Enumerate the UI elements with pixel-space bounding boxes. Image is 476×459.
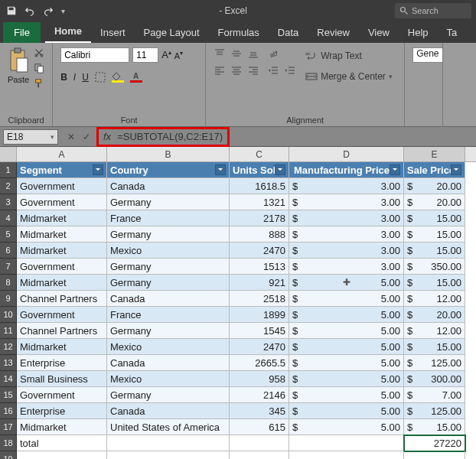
save-icon[interactable] bbox=[6, 5, 17, 16]
cell[interactable]: 615 bbox=[230, 419, 289, 435]
align-top-icon[interactable] bbox=[214, 47, 226, 60]
cell[interactable]: Germany bbox=[107, 275, 230, 291]
cell[interactable]: Canada bbox=[107, 403, 230, 419]
row-header[interactable]: 8 bbox=[0, 275, 17, 291]
font-size-select[interactable] bbox=[132, 47, 158, 63]
cut-icon[interactable] bbox=[34, 47, 44, 58]
row-header[interactable]: 2 bbox=[0, 178, 17, 194]
row-header[interactable]: 19 bbox=[0, 451, 17, 459]
format-painter-icon[interactable] bbox=[34, 78, 44, 89]
cell[interactable]: 2178 bbox=[230, 210, 289, 226]
row-header[interactable]: 4 bbox=[0, 210, 17, 226]
cell[interactable]: $5.00 bbox=[289, 419, 404, 435]
cell[interactable]: $7.00 bbox=[404, 387, 465, 403]
search-box[interactable]: Search bbox=[395, 3, 471, 18]
cell[interactable]: $20.00 bbox=[404, 178, 465, 194]
filter-icon[interactable] bbox=[93, 164, 103, 175]
cell[interactable]: 1545 bbox=[230, 323, 289, 339]
cell[interactable]: $3.00 bbox=[289, 178, 404, 194]
cell[interactable]: $3.00 bbox=[289, 194, 404, 210]
table-header[interactable]: Segment bbox=[17, 162, 107, 178]
decrease-font-icon[interactable]: A▾ bbox=[174, 50, 183, 60]
cell[interactable]: 2470 bbox=[230, 339, 289, 355]
tab-formulas[interactable]: Formulas bbox=[209, 22, 269, 43]
row-header[interactable]: 16 bbox=[0, 403, 17, 419]
undo-icon[interactable] bbox=[24, 5, 35, 16]
cell[interactable]: total bbox=[17, 435, 107, 451]
filter-icon[interactable] bbox=[451, 164, 461, 175]
tab-page-layout[interactable]: Page Layout bbox=[135, 22, 209, 43]
cell[interactable]: 1513 bbox=[230, 259, 289, 275]
filter-icon[interactable] bbox=[390, 164, 400, 175]
font-color-icon[interactable]: A bbox=[130, 72, 142, 83]
col-header-A[interactable]: A bbox=[17, 147, 107, 161]
border-icon[interactable] bbox=[95, 72, 106, 83]
fx-icon[interactable]: fx bbox=[103, 131, 111, 142]
cell[interactable]: $5.00 bbox=[289, 403, 404, 419]
col-header-E[interactable]: E bbox=[404, 147, 465, 161]
cell[interactable]: 888 bbox=[230, 226, 289, 243]
cell[interactable]: Mexico bbox=[107, 243, 230, 259]
cell[interactable] bbox=[17, 451, 107, 459]
paste-button[interactable]: Paste bbox=[8, 47, 29, 84]
row-header[interactable]: 6 bbox=[0, 243, 17, 259]
decrease-indent-icon[interactable] bbox=[267, 64, 279, 76]
enter-formula-icon[interactable]: ✓ bbox=[83, 132, 90, 142]
cell[interactable]: $3.00 bbox=[289, 210, 404, 226]
cell[interactable]: Germany bbox=[107, 387, 230, 403]
row-header[interactable]: 7 bbox=[0, 259, 17, 275]
tab-insert[interactable]: Insert bbox=[91, 22, 135, 43]
underline-button[interactable]: U bbox=[82, 72, 89, 83]
align-bottom-icon[interactable] bbox=[247, 47, 259, 60]
cell[interactable]: 958 bbox=[230, 371, 289, 387]
tab-view[interactable]: View bbox=[359, 22, 399, 43]
cell[interactable]: $15.00 bbox=[404, 210, 465, 226]
increase-indent-icon[interactable] bbox=[284, 64, 296, 76]
cell[interactable]: Enterprise bbox=[17, 403, 107, 419]
cell[interactable] bbox=[289, 451, 404, 459]
row-header[interactable]: 15 bbox=[0, 387, 17, 403]
cell[interactable]: 2518 bbox=[230, 291, 289, 307]
cell[interactable]: Midmarket bbox=[17, 226, 107, 243]
cell[interactable]: 345 bbox=[230, 403, 289, 419]
cell[interactable]: Channel Partners bbox=[17, 291, 107, 307]
tab-review[interactable]: Review bbox=[308, 22, 359, 43]
formula-input[interactable]: =SUBTOTAL(9,C2:E17) bbox=[117, 131, 223, 142]
col-header-D[interactable]: D bbox=[289, 147, 404, 161]
cell[interactable]: $15.00 bbox=[404, 339, 465, 355]
row-header[interactable]: 11 bbox=[0, 323, 17, 339]
tab-home[interactable]: Home bbox=[45, 21, 91, 43]
cell[interactable]: $15.00 bbox=[404, 243, 465, 259]
row-header[interactable]: 17 bbox=[0, 419, 17, 435]
copy-icon[interactable] bbox=[34, 63, 44, 73]
col-header-B[interactable]: B bbox=[107, 147, 230, 161]
cell[interactable]: $12.00 bbox=[404, 323, 465, 339]
cell[interactable] bbox=[230, 435, 289, 451]
align-middle-icon[interactable] bbox=[230, 47, 243, 60]
row-header[interactable]: 5 bbox=[0, 226, 17, 243]
tab-file[interactable]: File bbox=[3, 22, 41, 43]
cell[interactable]: $5.00 bbox=[289, 355, 404, 371]
cell[interactable]: Midmarket bbox=[17, 275, 107, 291]
row-header[interactable]: 13 bbox=[0, 355, 17, 371]
cell[interactable]: Midmarket bbox=[17, 243, 107, 259]
table-header[interactable]: Manufacturing Price bbox=[289, 162, 404, 178]
align-right-icon[interactable] bbox=[247, 64, 259, 76]
redo-icon[interactable] bbox=[43, 5, 54, 16]
cell[interactable]: $5.00 bbox=[289, 371, 404, 387]
row-header[interactable]: 14 bbox=[0, 371, 17, 387]
cell[interactable]: Germany bbox=[107, 226, 230, 243]
cell[interactable]: Enterprise bbox=[17, 355, 107, 371]
cell[interactable]: Midmarket bbox=[17, 210, 107, 226]
table-header[interactable]: Sale Price bbox=[404, 162, 465, 178]
tab-ta[interactable]: Ta bbox=[438, 22, 467, 43]
col-header-C[interactable]: C bbox=[230, 147, 289, 161]
cell[interactable]: 1618.5 bbox=[230, 178, 289, 194]
cell[interactable]: $5.00 bbox=[289, 307, 404, 323]
font-name-select[interactable] bbox=[60, 47, 129, 63]
table-header[interactable]: Units Sold bbox=[230, 162, 289, 178]
cell[interactable]: Mexico bbox=[107, 339, 230, 355]
cell[interactable]: 2665.5 bbox=[230, 355, 289, 371]
cell[interactable]: Germany bbox=[107, 259, 230, 275]
cell[interactable]: France bbox=[107, 307, 230, 323]
